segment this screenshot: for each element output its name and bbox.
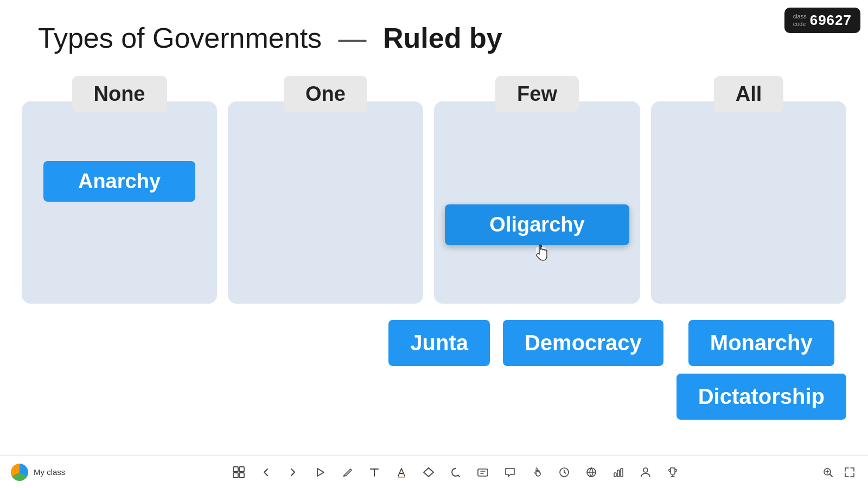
bottom-group-monarchy-dictatorship: Monarchy Dictatorship: [676, 320, 846, 420]
svg-rect-5: [398, 477, 405, 478]
svg-rect-4: [239, 473, 244, 478]
svg-rect-2: [239, 467, 244, 472]
toolbar-right: [814, 465, 857, 480]
column-header-few: Few: [495, 76, 579, 112]
svg-rect-0: [536, 247, 546, 258]
column-all: All: [651, 76, 846, 304]
barchart-icon[interactable]: [611, 465, 626, 480]
text-icon[interactable]: [367, 465, 382, 480]
person-icon[interactable]: [638, 465, 653, 480]
class-name-label: My class: [34, 467, 65, 477]
grid-icon[interactable]: [231, 465, 246, 480]
arrow-left-icon[interactable]: [258, 465, 273, 480]
svg-rect-3: [233, 473, 238, 478]
toolbar-left: My class: [11, 464, 98, 481]
diamond-icon[interactable]: [421, 465, 436, 480]
clock-icon[interactable]: [557, 465, 572, 480]
column-header-all: All: [714, 76, 784, 112]
globe-icon[interactable]: [584, 465, 599, 480]
svg-rect-6: [478, 469, 488, 476]
page-title: Types of Governments — Ruled by: [38, 22, 502, 54]
chat-icon[interactable]: [502, 465, 518, 480]
title-main: Types of Governments: [38, 22, 322, 54]
svg-rect-1: [233, 467, 238, 472]
tile-junta[interactable]: Junta: [388, 320, 490, 366]
class-code-value: 69627: [810, 12, 852, 29]
title-dash: —: [339, 22, 367, 54]
column-none: None Anarchy: [22, 76, 217, 304]
cursor-hand-icon: [532, 243, 551, 262]
bottom-group-junta: Junta: [388, 320, 490, 366]
trophy-icon[interactable]: [665, 465, 680, 480]
svg-rect-11: [621, 468, 623, 477]
zoom-icon[interactable]: [820, 465, 835, 480]
svg-point-12: [643, 468, 648, 472]
columns-container: None Anarchy One Few Oligarchy: [22, 76, 846, 304]
toolbar-center: [98, 465, 814, 480]
textbox-icon[interactable]: [475, 465, 490, 480]
tile-monarchy[interactable]: Monarchy: [688, 320, 834, 366]
bottom-tiles-area: Junta Democracy Monarchy Dictatorship: [22, 320, 846, 420]
svg-rect-9: [614, 473, 616, 477]
class-code-badge: classcode 69627: [784, 8, 860, 33]
pen-icon[interactable]: [340, 465, 355, 480]
title-sub: Ruled by: [383, 22, 502, 54]
tile-dictatorship[interactable]: Dictatorship: [676, 374, 846, 420]
hand-icon[interactable]: [529, 465, 545, 480]
column-header-one: One: [284, 76, 367, 112]
class-code-label: classcode: [793, 13, 807, 27]
tile-oligarchy[interactable]: Oligarchy: [445, 204, 629, 245]
column-body-all[interactable]: [651, 101, 846, 304]
highlight-icon[interactable]: [394, 465, 409, 480]
column-few: Few Oligarchy: [434, 76, 640, 304]
play-icon[interactable]: [312, 465, 328, 480]
column-body-one[interactable]: [228, 101, 423, 304]
toolbar: My class: [0, 455, 868, 488]
arrow-right-icon[interactable]: [285, 465, 301, 480]
svg-rect-10: [617, 470, 620, 477]
column-body-few[interactable]: Oligarchy: [434, 101, 640, 304]
column-header-none: None: [72, 76, 167, 112]
tile-democracy[interactable]: Democracy: [503, 320, 663, 366]
column-body-none[interactable]: Anarchy: [22, 101, 217, 304]
lasso-icon[interactable]: [448, 465, 463, 480]
bottom-group-democracy: Democracy: [503, 320, 663, 366]
tile-anarchy[interactable]: Anarchy: [43, 161, 195, 202]
expand-icon[interactable]: [842, 465, 857, 480]
app-logo: [11, 464, 28, 481]
column-one: One: [228, 76, 423, 304]
